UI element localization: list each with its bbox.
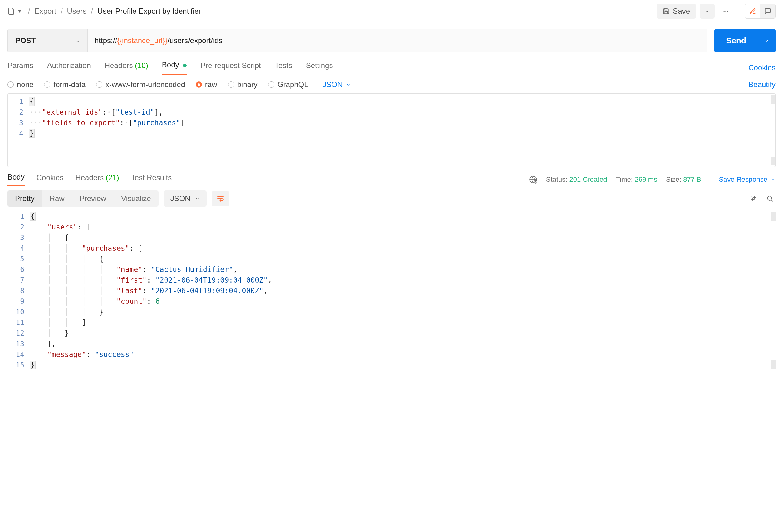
breadcrumb-sep: / [61, 7, 63, 15]
comment-icon [764, 8, 771, 15]
body-type-xwww[interactable]: x-www-form-urlencoded [96, 80, 185, 89]
crumb-users[interactable]: Users [67, 7, 87, 15]
url-box: POST ⌄ https://{{instance_url}}/users/ex… [7, 29, 708, 53]
save-response-button[interactable]: Save Response [719, 176, 776, 184]
svg-point-0 [724, 11, 725, 11]
size-value: 877 B [683, 176, 701, 183]
body-indicator-dot [183, 64, 187, 67]
view-preview[interactable]: Preview [72, 190, 114, 207]
chevron-down-icon [764, 38, 770, 43]
response-body-editor[interactable]: 123456789101112131415 { "users": [ │ { │… [7, 211, 776, 370]
tab-headers-label: Headers [104, 61, 133, 70]
request-body-editor[interactable]: 1234 { ···"external_ids":·["test-id"], ·… [7, 93, 776, 167]
body-type-binary[interactable]: binary [228, 80, 257, 89]
cookies-link[interactable]: Cookies [748, 63, 776, 72]
response-format-json[interactable]: JSON [164, 190, 207, 207]
edit-button[interactable] [745, 4, 760, 19]
response-toolbar: Pretty Raw Preview Visualize JSON [0, 186, 783, 211]
save-button-label: Save [673, 7, 690, 15]
tab-headers-count: (10) [135, 61, 148, 70]
svg-point-2 [727, 11, 728, 11]
beautify-link[interactable]: Beautify [748, 80, 776, 89]
time-value: 269 ms [635, 176, 657, 183]
copy-response-button[interactable] [748, 193, 759, 204]
send-dropdown[interactable] [758, 29, 776, 53]
ellipsis-icon [723, 8, 729, 14]
breadcrumb-sep: / [91, 7, 93, 15]
url-prefix: https:// [95, 36, 117, 45]
save-button[interactable]: Save [657, 4, 696, 19]
response-body-code[interactable]: { "users": [ │ { │ │ "purchases": [ │ │ … [30, 211, 776, 370]
line-gutter: 1234 [8, 96, 29, 138]
wrap-icon [216, 194, 224, 202]
tab-body-label: Body [162, 61, 179, 69]
globe-icon[interactable] [529, 176, 537, 184]
chevron-down-icon [195, 196, 200, 201]
breadcrumb-sep: / [28, 7, 30, 15]
tab-tests[interactable]: Tests [275, 61, 292, 74]
body-type-row: none form-data x-www-form-urlencoded raw… [0, 74, 783, 93]
scrollbar-indicator [771, 360, 776, 369]
chevron-down-icon [771, 177, 776, 182]
scrollbar-indicator [771, 95, 775, 104]
tab-prerequest[interactable]: Pre-request Script [200, 61, 261, 74]
url-variable: {{instance_url}} [117, 36, 167, 45]
line-gutter: 123456789101112131415 [7, 211, 30, 370]
comments-button[interactable] [760, 4, 775, 19]
search-icon [766, 195, 774, 202]
status-value: 201 Created [569, 176, 607, 183]
resp-tab-tests[interactable]: Test Results [131, 173, 172, 186]
scrollbar-indicator [771, 212, 776, 221]
tab-body[interactable]: Body [162, 61, 187, 74]
request-tabs: Params Authorization Headers (10) Body P… [0, 53, 783, 74]
send-group: Send [714, 29, 776, 53]
view-raw[interactable]: Raw [42, 190, 72, 207]
breadcrumb: / Export / Users / User Profile Export b… [28, 7, 201, 15]
pencil-icon [749, 8, 756, 15]
crumb-export[interactable]: Export [35, 7, 56, 15]
wrap-lines-button[interactable] [212, 191, 229, 206]
svg-point-10 [768, 196, 772, 200]
svg-point-1 [725, 11, 726, 11]
save-icon [663, 8, 670, 15]
resp-tab-body[interactable]: Body [7, 173, 25, 186]
resp-tab-cookies[interactable]: Cookies [36, 173, 64, 186]
copy-icon [750, 195, 757, 202]
method-label: POST [15, 36, 36, 45]
body-type-graphql[interactable]: GraphQL [268, 80, 309, 89]
tab-params[interactable]: Params [7, 61, 33, 74]
chevron-down-icon: ⌄ [76, 38, 80, 44]
url-input[interactable]: https://{{instance_url}}/users/export/id… [88, 29, 707, 52]
file-icon [7, 7, 15, 15]
body-type-none[interactable]: none [7, 80, 33, 89]
url-row: POST ⌄ https://{{instance_url}}/users/ex… [0, 23, 783, 53]
crumb-current[interactable]: User Profile Export by Identifier [97, 7, 201, 15]
collection-dropdown-caret[interactable]: ▼ [18, 9, 22, 14]
tab-headers[interactable]: Headers (10) [104, 61, 148, 74]
tab-settings[interactable]: Settings [306, 61, 333, 74]
resp-tab-headers[interactable]: Headers (21) [75, 173, 119, 186]
response-tabs: Body Cookies Headers (21) Test Results S… [0, 167, 783, 186]
body-format-json[interactable]: JSON [323, 80, 351, 89]
request-body-code[interactable]: { ···"external_ids":·["test-id"], ···"fi… [29, 96, 775, 138]
view-pretty[interactable]: Pretty [7, 190, 42, 207]
body-type-raw[interactable]: raw [196, 80, 217, 89]
send-button[interactable]: Send [714, 29, 758, 53]
response-meta: Status: 201 Created Time: 269 ms Size: 8… [529, 175, 776, 184]
response-view-segment: Pretty Raw Preview Visualize [7, 190, 159, 207]
view-visualize[interactable]: Visualize [114, 190, 159, 207]
save-dropdown[interactable] [700, 4, 715, 19]
tab-authorization[interactable]: Authorization [47, 61, 91, 74]
breadcrumb-bar: ▼ / Export / Users / User Profile Export… [0, 0, 783, 23]
search-response-button[interactable] [764, 193, 776, 204]
method-selector[interactable]: POST ⌄ [8, 29, 88, 52]
scrollbar-indicator [771, 157, 775, 165]
body-type-formdata[interactable]: form-data [44, 80, 86, 89]
more-options-button[interactable] [718, 4, 733, 19]
chevron-down-icon [346, 82, 351, 87]
svg-line-11 [772, 200, 773, 202]
url-suffix: /users/export/ids [168, 36, 223, 45]
chevron-down-icon [704, 9, 710, 14]
divider [739, 5, 739, 18]
